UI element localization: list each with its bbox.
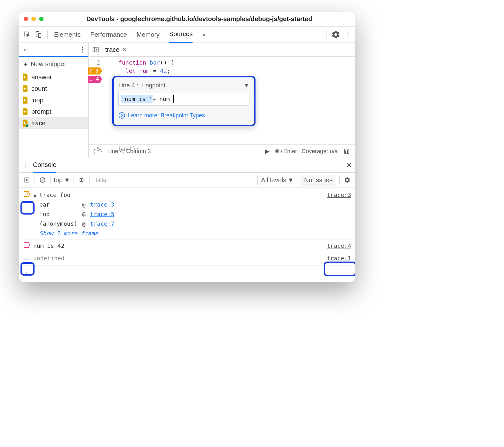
tab-performance[interactable]: Performance	[90, 27, 127, 43]
zoom-window-button[interactable]	[39, 17, 43, 21]
chevron-down-icon: ▼	[287, 176, 294, 184]
learn-more-link[interactable]: Learn more: Breakpoint Types	[128, 111, 205, 120]
snippet-label: answer	[31, 74, 52, 81]
more-navigator-tabs-button[interactable]: »	[24, 46, 27, 53]
stack-trace: bar@ trace:3 foo@ trace:5 (anonymous)@ t…	[39, 200, 351, 238]
tab-elements[interactable]: Elements	[54, 27, 81, 43]
navigator-tabs: » ⋮	[19, 43, 88, 57]
execution-context-dropdown[interactable]: top ▼	[54, 176, 70, 184]
console-settings-icon[interactable]	[343, 176, 352, 184]
editor-tab-strip: trace ✕	[89, 43, 355, 57]
console-toolbar: top ▼ Filter All levels ▼ No Issues	[19, 173, 355, 188]
svg-text:‥: ‥	[25, 243, 28, 247]
minimize-window-button[interactable]	[31, 17, 36, 21]
show-more-frames-link[interactable]: Show 1 more frame	[39, 230, 98, 237]
clear-console-icon[interactable]	[38, 176, 47, 184]
svg-point-11	[81, 179, 82, 181]
device-toolbar-icon[interactable]	[34, 30, 43, 39]
snippet-file-icon	[22, 97, 28, 104]
separator	[47, 30, 48, 39]
snippet-label: prompt	[31, 108, 51, 115]
snippets-list: answer count loop prompt trace	[19, 71, 88, 158]
code-line[interactable]: let num = 42;	[105, 67, 355, 75]
snippet-item[interactable]: trace	[19, 117, 88, 129]
stack-fn: (anonymous)	[39, 219, 78, 229]
tab-sources[interactable]: Sources	[169, 26, 193, 43]
conditional-breakpoint-marker[interactable]: ? 3	[88, 67, 102, 74]
stack-fn: foo	[39, 209, 78, 219]
navigator-kebab-icon[interactable]: ⋮	[79, 45, 85, 54]
line-number[interactable]: 2	[97, 59, 100, 66]
logpoint-badge-icon: ‥	[23, 241, 31, 248]
chevron-down-icon[interactable]: ▼	[243, 81, 249, 90]
arrow-right-circle-icon	[118, 112, 125, 119]
drawer-tab-console[interactable]: Console	[33, 158, 56, 173]
logpoint-marker[interactable]: ‥ 4	[88, 76, 102, 83]
popover-line-label: Line 4 :	[118, 81, 138, 90]
source-link[interactable]: trace:1	[327, 254, 351, 263]
snippet-item[interactable]: prompt	[19, 106, 88, 117]
close-tab-icon[interactable]: ✕	[122, 46, 127, 53]
editor-tab-trace[interactable]: trace ✕	[103, 46, 129, 53]
inspect-element-icon[interactable]	[22, 30, 31, 39]
console-logpoint-message: ‥ num is 42 trace:4	[23, 240, 351, 252]
new-snippet-label: New snippet	[31, 60, 66, 68]
log-levels-dropdown[interactable]: All levels ▼	[261, 176, 294, 184]
console-prompt[interactable]: ›	[23, 266, 351, 279]
return-arrow-icon: <·	[23, 254, 31, 264]
main-tab-strip: Elements Performance Memory Sources » ⋮	[19, 27, 355, 43]
snippet-item[interactable]: count	[19, 83, 88, 94]
snippet-item[interactable]: loop	[19, 94, 88, 106]
devtools-window: DevTools - googlechrome.github.io/devtoo…	[19, 12, 355, 282]
snippet-label: count	[31, 85, 47, 92]
snippet-file-icon	[22, 85, 28, 92]
disclosure-triangle-icon[interactable]: ▼	[33, 191, 37, 201]
snippet-item[interactable]: answer	[19, 71, 88, 83]
tab-memory[interactable]: Memory	[137, 27, 160, 43]
window-title: DevTools - googlechrome.github.io/devtoo…	[48, 15, 350, 23]
show-sidebar-icon[interactable]	[22, 176, 31, 184]
editor-tab-label: trace	[105, 46, 119, 53]
chevron-down-icon: ▼	[64, 176, 70, 184]
prompt-chevron-icon: ›	[23, 267, 31, 278]
toggle-navigator-icon[interactable]	[91, 45, 100, 54]
console-return-value: <· undefined trace:1	[23, 252, 351, 266]
main-tabs-list: Elements Performance Memory Sources »	[54, 26, 206, 43]
source-link[interactable]: trace:7	[90, 219, 114, 229]
kebab-menu-icon[interactable]: ⋮	[343, 30, 352, 39]
snippet-file-icon	[22, 108, 28, 115]
snippet-file-icon	[22, 74, 28, 81]
close-window-button[interactable]	[24, 17, 28, 21]
code-editor[interactable]: 2 ? 3 ‥ 4 5 function bar() { let num = 4…	[89, 57, 355, 144]
code-line[interactable]: function bar() {	[105, 59, 355, 67]
breakpoint-type-dropdown[interactable]: Logpoint	[142, 81, 165, 90]
console-trace-message: ? ▼ trace footrace:3 bar@ trace:3 foo@ t…	[23, 189, 351, 240]
code-line[interactable]: bar();	[105, 145, 355, 153]
drawer-tab-strip: ⋮ Console ✕	[19, 158, 355, 173]
source-link[interactable]: trace:5	[90, 209, 114, 219]
breakpoint-editor-popover: Line 4 : Logpoint ▼ 'num is ' + num Lear…	[112, 76, 256, 126]
line-number[interactable]: 5	[97, 145, 100, 152]
plus-icon: ＋	[22, 60, 29, 68]
close-drawer-icon[interactable]: ✕	[346, 161, 352, 169]
issues-button[interactable]: No Issues	[301, 175, 336, 185]
logpoint-expression-input[interactable]: 'num is ' + num	[118, 93, 249, 106]
settings-icon[interactable]	[331, 30, 340, 39]
more-tabs-button[interactable]: »	[202, 31, 205, 38]
titlebar: DevTools - googlechrome.github.io/devtoo…	[19, 12, 355, 27]
log-text: num is 42	[33, 241, 65, 251]
return-text: undefined	[33, 254, 65, 263]
snippet-label: trace	[31, 120, 45, 127]
source-link[interactable]: trace:4	[327, 241, 351, 251]
gutter[interactable]: 2 ? 3 ‥ 4 5	[89, 59, 102, 153]
new-snippet-button[interactable]: ＋ New snippet	[19, 57, 88, 71]
svg-point-5	[119, 113, 125, 118]
console-filter-input[interactable]: Filter	[93, 175, 258, 185]
drawer-kebab-icon[interactable]: ⋮	[22, 161, 28, 169]
sources-body: » ⋮ ＋ New snippet answer count loop	[19, 43, 355, 158]
stack-fn: bar	[39, 200, 78, 209]
source-link[interactable]: trace:3	[327, 190, 351, 200]
live-expression-icon[interactable]	[77, 176, 86, 184]
source-link[interactable]: trace:3	[90, 200, 114, 209]
conditional-breakpoint-badge-icon: ?	[23, 190, 31, 197]
